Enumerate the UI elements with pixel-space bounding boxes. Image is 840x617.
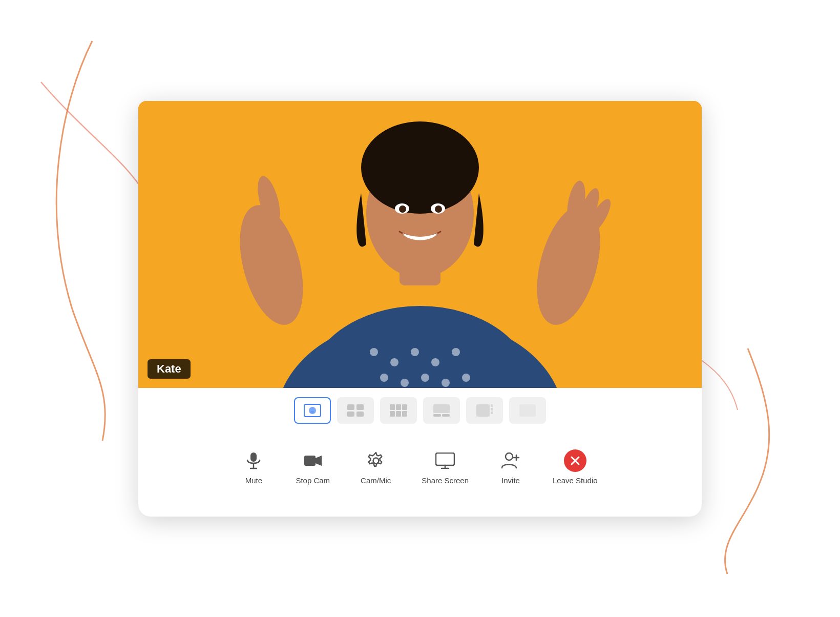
- invite-label: Invite: [501, 476, 520, 485]
- svg-rect-29: [356, 404, 364, 410]
- svg-point-7: [452, 348, 460, 356]
- mute-button[interactable]: Mute: [227, 443, 280, 491]
- svg-rect-37: [402, 411, 407, 417]
- svg-point-5: [411, 348, 419, 356]
- svg-rect-41: [476, 404, 490, 417]
- mic-icon: [242, 449, 265, 472]
- layout-grid6[interactable]: [380, 397, 417, 424]
- svg-rect-36: [396, 411, 401, 417]
- svg-rect-40: [442, 414, 450, 417]
- video-feed: [138, 101, 702, 388]
- svg-rect-49: [304, 456, 316, 466]
- svg-point-4: [390, 358, 398, 366]
- layout-sidebyside[interactable]: [423, 397, 460, 424]
- cam-icon: [302, 449, 324, 472]
- stop-cam-button[interactable]: Stop Cam: [280, 443, 345, 491]
- cam-mic-label: Cam/Mic: [361, 476, 391, 485]
- invite-icon: [499, 449, 522, 472]
- svg-point-54: [506, 453, 513, 460]
- svg-point-3: [370, 348, 378, 356]
- svg-rect-45: [519, 404, 536, 417]
- layout-grid4[interactable]: [337, 397, 374, 424]
- svg-rect-35: [390, 411, 395, 417]
- svg-rect-32: [390, 404, 395, 410]
- cam-mic-button[interactable]: Cam/Mic: [345, 443, 406, 491]
- control-toolbar: Mute Stop Cam Cam/Mic: [138, 433, 702, 501]
- svg-point-27: [309, 407, 316, 414]
- svg-rect-31: [356, 412, 364, 417]
- svg-rect-39: [433, 414, 441, 417]
- svg-point-19: [435, 205, 442, 213]
- participant-label: Kate: [148, 359, 191, 379]
- layout-spotlight[interactable]: [466, 397, 503, 424]
- svg-rect-44: [491, 412, 493, 414]
- svg-point-11: [442, 379, 450, 387]
- screen-icon: [434, 449, 456, 472]
- svg-point-10: [421, 374, 429, 382]
- leave-studio-button[interactable]: Leave Studio: [537, 443, 613, 491]
- stop-cam-label: Stop Cam: [296, 476, 330, 485]
- svg-rect-28: [347, 404, 354, 410]
- leave-icon: [564, 449, 586, 472]
- video-area: Kate: [138, 101, 702, 388]
- mute-label: Mute: [245, 476, 262, 485]
- svg-rect-43: [491, 408, 493, 410]
- svg-rect-34: [402, 404, 407, 410]
- layout-blank[interactable]: [509, 397, 546, 424]
- leave-studio-label: Leave Studio: [553, 476, 598, 485]
- share-screen-label: Share Screen: [422, 476, 469, 485]
- svg-rect-33: [396, 404, 401, 410]
- svg-point-6: [431, 358, 439, 366]
- layout-single[interactable]: [294, 397, 331, 424]
- svg-point-15: [361, 121, 479, 214]
- svg-point-8: [380, 374, 388, 382]
- svg-point-18: [399, 205, 406, 213]
- layout-bar: [138, 388, 702, 433]
- svg-rect-42: [491, 404, 493, 407]
- share-screen-button[interactable]: Share Screen: [406, 443, 484, 491]
- participant-name-text: Kate: [157, 362, 181, 375]
- svg-point-12: [462, 374, 470, 382]
- svg-rect-38: [433, 404, 450, 413]
- invite-button[interactable]: Invite: [484, 443, 537, 491]
- settings-icon: [365, 449, 387, 472]
- svg-rect-30: [347, 412, 354, 417]
- svg-rect-51: [436, 453, 454, 465]
- svg-point-9: [401, 379, 409, 387]
- svg-rect-46: [250, 453, 257, 462]
- studio-container: Kate: [138, 101, 702, 517]
